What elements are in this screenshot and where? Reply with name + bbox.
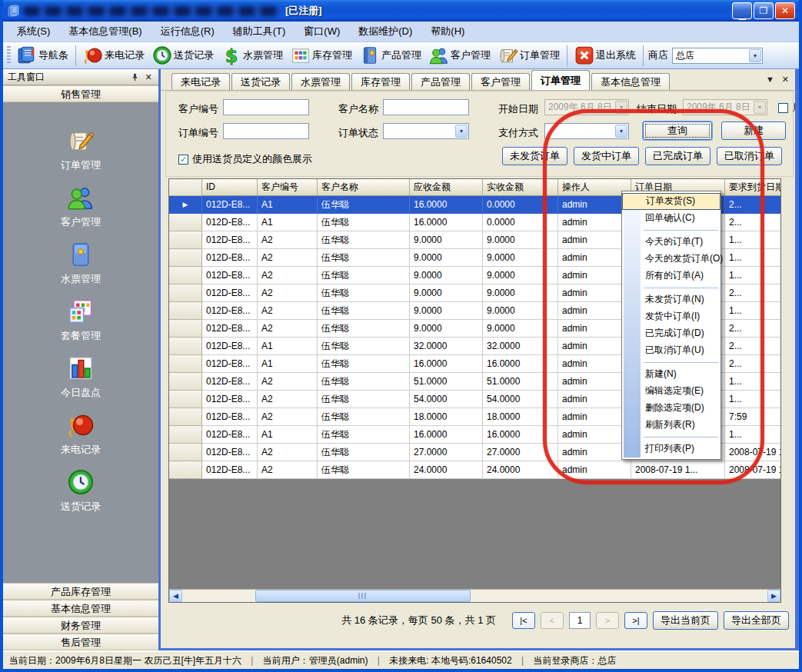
tab-订单管理[interactable]: 订单管理 <box>531 70 590 90</box>
tab-产品管理[interactable]: 产品管理 <box>411 73 470 90</box>
customer-no-input[interactable] <box>223 99 309 115</box>
grid-header-ID[interactable]: ID <box>202 179 258 196</box>
status-button-发货中订单[interactable]: 发货中订单 <box>574 147 639 165</box>
page-number-box[interactable]: 1 <box>569 612 591 629</box>
tab-基本信息管理[interactable]: 基本信息管理 <box>591 73 670 90</box>
grid-header-操作人[interactable]: 操作人 <box>558 179 631 196</box>
checkbox-checked-icon[interactable]: ✓ <box>178 155 188 165</box>
menu-item-3[interactable]: 辅助工具(T) <box>224 22 295 41</box>
scrollbar-track[interactable] <box>182 590 767 602</box>
menu-item-1[interactable]: 基本信息管理(B) <box>59 22 151 41</box>
enable-date-checkbox[interactable]: 启用 <box>778 101 799 115</box>
context-menu-item-未发货订单(N)[interactable]: 未发货订单(N) <box>622 291 720 308</box>
context-menu-item-编辑选定项(E)[interactable]: 编辑选定项(E) <box>622 383 720 400</box>
menu-item-2[interactable]: 运行信息(R) <box>151 22 224 41</box>
table-row[interactable]: 012D-E8...A2伍华聪24.000024.0000admin2008-0… <box>169 461 780 479</box>
sidebar-group-产品库存管理[interactable]: 产品库存管理 <box>3 583 158 600</box>
new-button[interactable]: 新建 <box>721 121 786 140</box>
tab-list-dropdown-icon[interactable]: ▼ <box>766 75 774 85</box>
next-page-button[interactable]: > <box>596 612 619 629</box>
menu-item-4[interactable]: 窗口(W) <box>295 22 349 41</box>
scroll-right-icon[interactable]: ▶ <box>767 590 780 602</box>
minimize-button[interactable]: ▁ <box>732 2 752 19</box>
row-selector[interactable] <box>169 284 202 302</box>
order-no-input[interactable] <box>223 123 309 139</box>
tab-水票管理[interactable]: 水票管理 <box>291 73 350 90</box>
context-menu-item-删除选定项(D)[interactable]: 删除选定项(D) <box>622 400 720 417</box>
query-button[interactable]: 查询 <box>643 121 712 140</box>
sidebar-item-水票管理[interactable]: 水票管理 <box>61 241 101 286</box>
row-selector[interactable] <box>169 391 202 408</box>
chevron-down-icon[interactable]: ▼ <box>455 125 468 138</box>
toolbar-button-送货记录[interactable]: 送货记录 <box>148 44 218 67</box>
tab-客户管理[interactable]: 客户管理 <box>471 73 530 90</box>
menu-item-0[interactable]: 系统(S) <box>8 22 59 41</box>
status-button-已取消订单[interactable]: 已取消订单 <box>717 147 782 165</box>
tab-close-icon[interactable]: ✕ <box>782 75 789 85</box>
row-selector[interactable] <box>169 444 202 461</box>
toolbar-button-水票管理[interactable]: $水票管理 <box>218 44 287 67</box>
context-menu-item-所有的订单(A)[interactable]: 所有的订单(A) <box>622 268 720 284</box>
sidebar-item-送货记录[interactable]: 送货记录 <box>61 468 101 514</box>
row-selector[interactable] <box>169 267 202 284</box>
menu-item-5[interactable]: 数据维护(D) <box>349 22 421 41</box>
context-menu-item-回单确认(C)[interactable]: 回单确认(C) <box>622 210 720 227</box>
order-status-combo[interactable]: ▼ <box>383 123 469 139</box>
first-page-button[interactable]: |< <box>512 612 535 629</box>
customer-name-input[interactable] <box>383 99 469 115</box>
sidebar-item-订单管理[interactable]: 订单管理 <box>61 127 101 172</box>
row-selector[interactable] <box>169 373 202 391</box>
toolbar-button-客户管理[interactable]: 客户管理 <box>425 44 494 67</box>
toolbar-button-库存管理[interactable]: 库存管理 <box>287 44 356 67</box>
pay-method-combo[interactable]: ▼ <box>544 123 629 139</box>
shop-combo[interactable]: 总店 ▼ <box>672 48 763 64</box>
context-menu-item-已完成订单(D)[interactable]: 已完成订单(D) <box>622 325 720 342</box>
row-selector[interactable]: ▶ <box>169 196 202 214</box>
sidebar-item-来电记录[interactable]: 来电记录 <box>61 411 101 457</box>
grid-header-客户编号[interactable]: 客户编号 <box>258 179 318 196</box>
scrollbar-thumb[interactable] <box>255 590 471 602</box>
context-menu-item-打印列表(P)[interactable]: 打印列表(P) <box>622 441 720 457</box>
maximize-button[interactable]: ❐ <box>754 2 774 19</box>
toolbar-button-订单管理[interactable]: 订单管理 <box>494 44 564 67</box>
toolbar-button-来电记录[interactable]: 来电记录 <box>79 44 148 67</box>
export-all-pages-button[interactable]: 导出全部页 <box>724 611 789 630</box>
export-current-page-button[interactable]: 导出当前页 <box>653 611 718 630</box>
grid-header-应收金额[interactable]: 应收金额 <box>410 179 483 196</box>
pin-icon[interactable] <box>129 72 140 82</box>
sidebar-group-财务管理[interactable]: 财务管理 <box>3 617 158 634</box>
prev-page-button[interactable]: < <box>541 612 564 629</box>
last-page-button[interactable]: >| <box>624 612 647 629</box>
tab-库存管理[interactable]: 库存管理 <box>351 73 410 90</box>
chevron-down-icon[interactable]: ▼ <box>749 49 761 62</box>
grid-header-客户名称[interactable]: 客户名称 <box>318 179 410 196</box>
sidebar-group-sales[interactable]: 销售管理 <box>3 85 158 102</box>
checkbox-unchecked-icon[interactable] <box>778 103 788 113</box>
context-menu-item-今天的订单(T)[interactable]: 今天的订单(T) <box>622 234 720 251</box>
chevron-down-icon[interactable]: ▼ <box>615 125 627 138</box>
sidebar-group-基本信息管理[interactable]: 基本信息管理 <box>3 600 158 617</box>
status-button-未发货订单[interactable]: 未发货订单 <box>502 147 567 165</box>
horizontal-scrollbar[interactable]: ◀ ▶ <box>169 589 780 602</box>
row-selector[interactable] <box>169 302 202 320</box>
tool-window-close-icon[interactable]: ✕ <box>143 72 154 82</box>
toolbar-grip[interactable] <box>7 46 11 65</box>
row-selector[interactable] <box>169 426 202 444</box>
row-selector[interactable] <box>169 231 202 249</box>
tab-送货记录[interactable]: 送货记录 <box>231 73 290 90</box>
context-menu-item-已取消订单(U)[interactable]: 已取消订单(U) <box>622 342 720 359</box>
context-menu-item-今天的发货订单(O)[interactable]: 今天的发货订单(O) <box>622 251 720 268</box>
sidebar-item-今日盘点[interactable]: 今日盘点 <box>61 354 101 400</box>
status-button-已完成订单[interactable]: 已完成订单 <box>645 147 710 165</box>
sidebar-group-售后管理[interactable]: 售后管理 <box>3 634 158 650</box>
toolbar-button-导航条[interactable]: 导航条 <box>13 44 72 67</box>
toolbar-button-产品管理[interactable]: 产品管理 <box>356 44 425 67</box>
context-menu-item-新建(N)[interactable]: 新建(N) <box>622 366 720 383</box>
row-selector[interactable] <box>169 461 202 479</box>
close-button[interactable]: ✕ <box>775 2 795 19</box>
context-menu-item-刷新列表(R)[interactable]: 刷新列表(R) <box>622 417 720 434</box>
scroll-left-icon[interactable]: ◀ <box>169 590 182 602</box>
row-selector[interactable] <box>169 249 202 267</box>
row-selector[interactable] <box>169 408 202 426</box>
sidebar-item-客户管理[interactable]: 客户管理 <box>61 184 101 229</box>
